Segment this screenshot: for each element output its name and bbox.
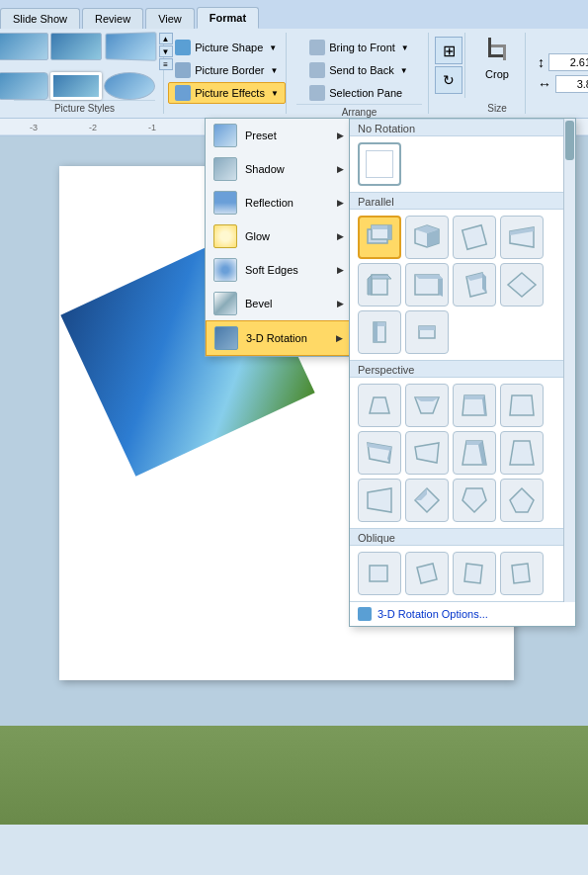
align-icon[interactable]: ⊞	[435, 37, 462, 64]
parallel-item-8[interactable]	[500, 263, 544, 306]
oblique-item-3[interactable]	[453, 552, 496, 595]
width-row: ↕	[538, 53, 588, 71]
pic-style-6[interactable]	[104, 72, 155, 100]
picture-border-icon	[175, 62, 191, 78]
bevel-arrow: ▶	[337, 299, 344, 308]
reflection-icon	[213, 191, 237, 215]
pic-style-5[interactable]	[50, 72, 102, 100]
parallel-item-4[interactable]	[500, 216, 544, 259]
preset-icon	[213, 124, 237, 147]
picture-effects-btn[interactable]: Picture Effects ▼	[168, 82, 286, 104]
perspective-item-10[interactable]	[405, 479, 449, 522]
svg-marker-58	[510, 488, 534, 512]
svg-marker-25	[368, 275, 372, 295]
send-to-back-btn[interactable]: Send to Back ▼	[302, 59, 416, 81]
transform-group: ⊞ ↻	[433, 33, 465, 98]
pic-style-2[interactable]	[50, 33, 102, 60]
perspective-item-6[interactable]	[405, 431, 449, 475]
submenu-scrollbar-thumb[interactable]	[565, 121, 574, 160]
parallel-item-9[interactable]	[358, 310, 401, 354]
bottom-bar	[0, 726, 588, 825]
picture-format-group: Picture Shape ▼ Picture Border ▼ Picture…	[168, 33, 287, 114]
rotate-icon[interactable]: ↻	[435, 66, 462, 94]
parallel-item-10[interactable]	[405, 310, 449, 354]
bring-to-front-icon	[309, 40, 325, 55]
oblique-item-1[interactable]	[358, 552, 401, 595]
pic-style-4[interactable]	[0, 72, 48, 100]
parallel-item-6[interactable]	[405, 263, 449, 306]
perspective-grid	[350, 378, 575, 528]
picture-shape-btn[interactable]: Picture Shape ▼	[168, 37, 286, 58]
picture-styles-label: Picture Styles	[14, 100, 155, 114]
pic-style-1[interactable]	[0, 33, 48, 60]
picture-effects-label: Picture Effects	[195, 87, 265, 99]
no-rotation-item[interactable]	[358, 142, 401, 186]
picture-shape-arrow: ▼	[269, 44, 277, 52]
softedges-icon	[213, 258, 237, 282]
height-input[interactable]	[555, 75, 588, 93]
svg-rect-17	[387, 225, 391, 239]
perspective-item-9[interactable]	[358, 479, 401, 522]
parallel-item-5[interactable]	[358, 263, 401, 306]
menu-item-3drotation[interactable]: 3-D Rotation ▶	[206, 320, 350, 356]
rotation-options-label: 3-D Rotation Options...	[378, 608, 488, 620]
pic-style-3[interactable]	[105, 32, 156, 61]
parallel-item-2[interactable]	[405, 216, 449, 259]
rotation-options-footer[interactable]: 3-D Rotation Options...	[350, 601, 575, 626]
perspective-item-3[interactable]	[453, 384, 496, 427]
oblique-item-2[interactable]	[405, 552, 449, 595]
menu-item-softedges[interactable]: Soft Edges ▶	[206, 253, 350, 287]
picture-border-arrow: ▼	[271, 66, 279, 75]
send-to-back-label: Send to Back	[329, 64, 393, 76]
perspective-item-1[interactable]	[358, 384, 401, 427]
3drotation-icon	[214, 326, 238, 350]
menu-item-shadow[interactable]: Shadow ▶	[206, 152, 350, 186]
parallel-item-1[interactable]	[358, 216, 401, 259]
perspective-item-2[interactable]	[405, 384, 449, 427]
perspective-item-11[interactable]	[453, 479, 496, 522]
width-input[interactable]	[548, 53, 588, 71]
perspective-item-5[interactable]	[358, 431, 401, 475]
menu-item-preset[interactable]: Preset ▶	[206, 119, 350, 152]
crop-btn[interactable]: Crop	[479, 33, 515, 80]
ribbon-content: ▲ ▼ ≡ Picture Styles Picture Shape	[0, 29, 588, 118]
parallel-item-3[interactable]	[453, 216, 496, 259]
svg-text:-3: -3	[30, 123, 38, 132]
perspective-item-12[interactable]	[500, 479, 544, 522]
bring-to-front-btn[interactable]: Bring to Front ▼	[302, 37, 416, 58]
parallel-item-7[interactable]	[453, 263, 496, 306]
no-rotation-grid	[350, 136, 575, 192]
tab-review[interactable]: Review	[82, 8, 143, 29]
size-label: Size	[479, 101, 515, 114]
bevel-icon	[213, 292, 237, 315]
tab-view[interactable]: View	[145, 8, 195, 29]
picture-border-label: Picture Border	[195, 64, 264, 76]
ribbon-tabs: Slide Show Review View Format	[0, 0, 588, 29]
selection-pane-btn[interactable]: Selection Pane	[302, 82, 416, 104]
svg-marker-60	[417, 564, 437, 583]
submenu-scrollbar[interactable]	[563, 119, 575, 602]
perspective-item-8[interactable]	[500, 431, 544, 475]
rotation-options-icon	[358, 607, 372, 621]
grass-bg	[0, 726, 588, 825]
no-rotation-label: No Rotation	[350, 119, 575, 136]
menu-item-glow[interactable]: Glow ▶	[206, 219, 350, 253]
menu-item-reflection[interactable]: Reflection ▶	[206, 186, 350, 219]
svg-marker-53	[510, 441, 534, 465]
picture-shape-label: Picture Shape	[195, 42, 263, 53]
pic-styles-row-1: ▲ ▼ ≡	[0, 33, 173, 70]
picture-border-btn[interactable]: Picture Border ▼	[168, 59, 286, 81]
svg-marker-39	[370, 397, 389, 413]
tab-slideshow[interactable]: Slide Show	[0, 8, 80, 29]
perspective-item-4[interactable]	[500, 384, 544, 427]
perspective-item-7[interactable]	[453, 431, 496, 475]
picture-btn-group: Picture Shape ▼ Picture Border ▼ Picture…	[168, 37, 286, 104]
shadow-label: Shadow	[245, 163, 285, 175]
menu-item-bevel[interactable]: Bevel ▶	[206, 287, 350, 320]
svg-marker-33	[508, 273, 536, 297]
parallel-label: Parallel	[350, 192, 575, 210]
oblique-item-4[interactable]	[500, 552, 544, 595]
selection-pane-label: Selection Pane	[329, 87, 402, 99]
tab-format[interactable]: Format	[197, 7, 259, 29]
bring-to-front-arrow: ▼	[401, 44, 409, 52]
